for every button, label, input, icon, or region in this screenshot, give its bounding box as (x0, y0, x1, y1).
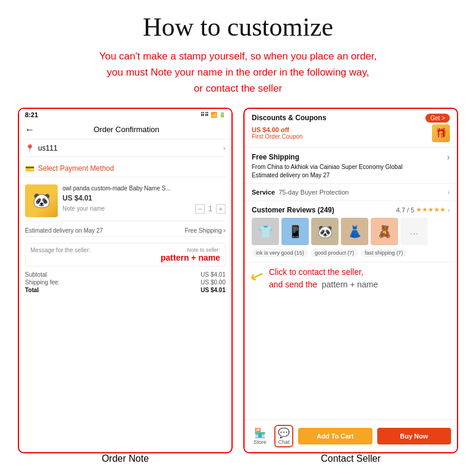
store-button[interactable]: 🏪 Store (250, 427, 270, 445)
review-tag-3[interactable]: fast shipping (7) (361, 249, 407, 257)
discount-amount: US $4.00 off (252, 126, 427, 133)
note-qty-row: Note your name − 1 + (62, 204, 226, 214)
page: How to customize You can't make a stamp … (0, 0, 476, 476)
annotation-line2: and send the pattern + name (269, 278, 378, 291)
chevron-icon: › (224, 227, 226, 234)
review-thumb-3: 🐼 (311, 218, 339, 245)
review-tags: ink is very good (15) good product (7) f… (252, 249, 450, 257)
shipping-row: Shipping fee: US $0.00 (25, 279, 226, 286)
service-value: 75-day Buyer Protection (278, 189, 447, 196)
payment-row[interactable]: 💳 Select Payment Method (25, 161, 226, 177)
product-details: owl panda custom-made Baby Name S... US … (62, 184, 226, 217)
qty-minus-button[interactable]: − (195, 204, 205, 214)
add-to-cart-button[interactable]: Add To Cart (298, 428, 372, 444)
message-box[interactable]: Message for the seller: Note to seller: … (25, 243, 226, 267)
totals: Subtotal US $4.01 Shipping fee: US $0.00… (25, 271, 226, 293)
note-to-seller-label: Note to seller: (161, 247, 220, 253)
service-label: Service (252, 189, 275, 196)
total-value: US $4.01 (201, 287, 226, 293)
location-icon: 📍 (25, 144, 35, 153)
phone-body: 📍 us111 › 💳 Select Payment Method 🐼 owl … (19, 139, 231, 452)
arrow-annotation: ↙ Click to contact the seller, and send … (245, 262, 457, 293)
status-icons: ⠿⠿ 📶 🔋 (201, 112, 226, 118)
back-arrow-icon[interactable]: ← (25, 124, 35, 135)
qty-plus-button[interactable]: + (216, 204, 226, 214)
shipping-fee-value: US $0.00 (201, 279, 226, 286)
chat-icon: 💬 (278, 427, 290, 439)
order-note-label: Order Note (102, 453, 149, 464)
review-thumb-1: 👕 (252, 218, 279, 245)
review-more-button[interactable]: … (400, 218, 428, 245)
reviews-chevron-icon: › (447, 206, 450, 214)
review-thumb-5: 🧸 (371, 218, 398, 245)
coupon-row: US $4.00 off First Order Coupon 🎁 (252, 124, 450, 142)
note-highlight: pattern + name (161, 253, 220, 262)
message-label: Message for the seller: (30, 247, 90, 253)
shipping-detail: From China to Akhiok via Cainiao Super E… (252, 164, 450, 170)
shipping-estimate: Estimated delivery on May 27 (252, 172, 450, 178)
free-shipping-label: Free Shipping › (184, 227, 226, 234)
contact-seller-panel: Discounts & Coupons Get > US $4.00 off F… (243, 108, 458, 453)
total-row: Total US $4.01 (25, 287, 226, 293)
subtotal-row: Subtotal US $4.01 (25, 271, 226, 278)
total-label: Total (25, 287, 39, 293)
shipping-title: Free Shipping › (252, 152, 450, 162)
review-images: 👕 📱 🐼 👗 🧸 … (252, 218, 450, 245)
chat-button[interactable]: 💬 Chat (274, 425, 293, 447)
product-image: 🐼 (25, 184, 58, 217)
product-row: 🐼 owl panda custom-made Baby Name S... U… (25, 181, 226, 221)
review-thumb-2: 📱 (281, 218, 309, 245)
note-placeholder: Note your name (62, 205, 105, 212)
service-section: Service 75-day Buyer Protection › (245, 184, 457, 201)
discounts-section: Discounts & Coupons Get > US $4.00 off F… (245, 109, 457, 148)
discount-header: Discounts & Coupons Get > (252, 114, 450, 123)
reviews-section: Customer Reviews (249) 4.7 / 5 ★★★★★ › 👕… (245, 201, 457, 262)
qty-control[interactable]: − 1 + (195, 204, 226, 214)
delivery-row: Estimated delivery on May 27 Free Shippi… (25, 225, 226, 237)
address-text: us111 (38, 144, 220, 152)
review-tag-1[interactable]: ink is very good (15) (252, 249, 308, 257)
right-caption: Contact Seller (243, 453, 458, 464)
address-chevron-icon: › (223, 144, 226, 152)
bottom-bar: 🏪 Store 💬 Chat Add To Cart Buy Now (245, 419, 457, 452)
shipping-chevron-icon: › (447, 152, 450, 162)
note-seller-area: Note to seller: pattern + name (161, 247, 220, 262)
product-price: US $4.01 (62, 194, 226, 202)
store-label: Store (253, 439, 267, 445)
order-confirmation-title: Order Confirmation (39, 125, 214, 134)
review-tag-2[interactable]: good product (7) (311, 249, 358, 257)
reviews-rating: 4.7 / 5 ★★★★★ › (396, 206, 450, 214)
order-note-panel: 8:21 ⠿⠿ 📶 🔋 ← Order Confirmation 📍 us111… (18, 108, 233, 453)
shipping-section: Free Shipping › From China to Akhiok via… (245, 148, 457, 184)
store-icon: 🏪 (254, 427, 266, 439)
discount-title: Discounts & Coupons (252, 114, 326, 122)
rating-value: 4.7 / 5 (396, 206, 415, 214)
chat-label: Chat (278, 439, 289, 445)
delivery-label: Estimated delivery on May 27 (25, 227, 103, 234)
subtotal-value: US $4.01 (201, 271, 226, 278)
service-chevron-icon: › (447, 189, 450, 196)
review-thumb-4: 👗 (341, 218, 368, 245)
annotation-text: Click to contact the seller, and send th… (269, 266, 378, 291)
shipping-fee-label: Shipping fee: (25, 279, 60, 286)
get-coupon-button[interactable]: Get > (425, 114, 450, 123)
stars-icon: ★★★★★ (416, 206, 446, 214)
contact-seller-label: Contact Seller (321, 453, 381, 464)
status-bar: 8:21 ⠿⠿ 📶 🔋 (19, 109, 231, 121)
left-caption: Order Note (18, 453, 233, 464)
yellow-arrow-icon: ↙ (248, 264, 267, 287)
payment-label: Select Payment Method (38, 164, 114, 173)
product-thumbnail: 🐼 (25, 184, 58, 217)
panels: 8:21 ⠿⠿ 📶 🔋 ← Order Confirmation 📍 us111… (18, 108, 458, 453)
subtitle: You can't make a stamp yourself, so when… (99, 48, 377, 97)
subtotal-label: Subtotal (25, 271, 47, 278)
payment-icon: 💳 (25, 164, 35, 173)
coupon-icon: 🎁 (432, 124, 450, 142)
annotation-line1: Click to contact the seller, (269, 266, 378, 278)
reviews-title: Customer Reviews (249) (252, 206, 334, 214)
location-row: 📍 us111 › (25, 144, 226, 157)
phone-header: ← Order Confirmation (19, 121, 231, 139)
labels-row: Order Note Contact Seller (18, 453, 458, 464)
buy-now-button[interactable]: Buy Now (377, 428, 452, 444)
qty-value: 1 (208, 205, 212, 213)
